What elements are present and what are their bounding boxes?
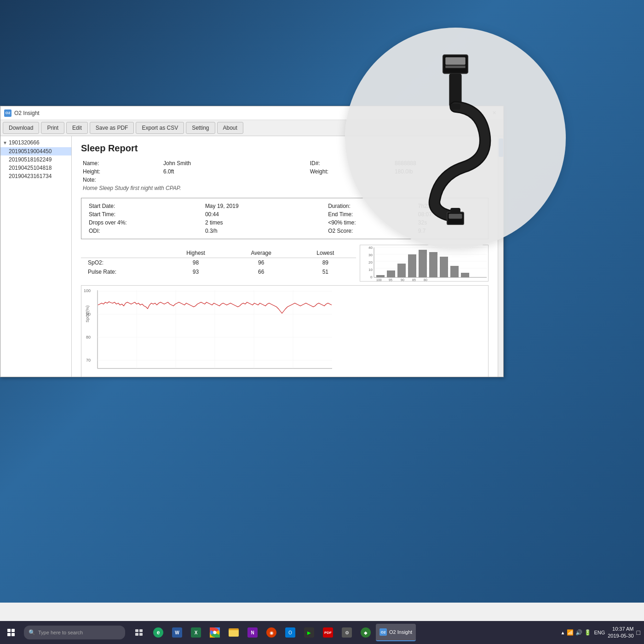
excel-icon: X (191, 627, 201, 638)
pulse-lowest: 51 (295, 267, 356, 276)
name-label: Name: (81, 159, 161, 167)
spo2-chart: SpO2(%) 100 90 80 70 (81, 285, 489, 377)
drops-label: Drops over 4%: (85, 218, 201, 227)
svg-rect-12 (387, 270, 395, 277)
tree-root[interactable]: ▼ 1901320666 (0, 138, 71, 147)
svg-text:20: 20 (368, 260, 373, 264)
print-button[interactable]: Print (41, 122, 64, 134)
tree-toggle-icon: ▼ (3, 140, 7, 145)
app-button-10[interactable]: PDF (319, 624, 337, 641)
app-button-7[interactable]: ◉ (263, 624, 280, 641)
svg-rect-15 (419, 250, 427, 277)
list-item[interactable]: 20190518162249 (0, 155, 71, 164)
tree-root-label: 1901320666 (9, 139, 40, 146)
taskbar: 🔍 e W X (0, 621, 644, 644)
app-button-8[interactable]: O (282, 624, 299, 641)
svg-text:0: 0 (370, 275, 373, 279)
list-item[interactable]: 20190425104818 (0, 164, 71, 172)
clock: 10:37 AM 2019-05-30 (608, 626, 633, 640)
svg-text:100: 100 (376, 278, 382, 282)
taskview-icon (135, 629, 144, 636)
svg-rect-48 (135, 629, 138, 632)
setting-button[interactable]: Setting (186, 122, 215, 134)
col-header-highest: Highest (164, 248, 227, 258)
svg-point-53 (213, 631, 217, 634)
excel-button[interactable]: X (187, 624, 205, 641)
onenote-icon: N (247, 627, 258, 638)
start-date-value: May 19, 2019 (201, 202, 306, 210)
start-button[interactable] (0, 621, 22, 644)
spo2-average: 96 (228, 258, 295, 268)
search-input[interactable] (38, 630, 112, 635)
list-item[interactable]: 20190423161734 (0, 172, 71, 180)
svg-text:80: 80 (424, 278, 427, 282)
odi-value: 0.3/h (201, 227, 306, 235)
chevron-up-icon[interactable]: ▲ (561, 630, 565, 635)
sidebar: ▼ 1901320666 20190519004450 201905181622… (0, 136, 72, 377)
app-icon-8: O (285, 627, 295, 638)
svg-rect-19 (461, 273, 469, 277)
title-left: O2 O2 Insight (4, 109, 40, 117)
download-button[interactable]: Download (3, 122, 39, 134)
about-button[interactable]: About (217, 122, 243, 134)
height-value: 6.0ft (161, 167, 281, 176)
export-csv-button[interactable]: Export as CSV (136, 122, 184, 134)
col-header-empty (81, 248, 164, 258)
app-button-9[interactable]: ▶ (300, 624, 318, 641)
svg-text:70: 70 (86, 358, 91, 362)
svg-rect-17 (440, 257, 448, 277)
app-icon: O2 (4, 109, 12, 117)
table-row: Pulse Rate: 93 66 51 (81, 267, 356, 276)
stats-container: Highest Average Lowest SpO2: 98 (81, 245, 356, 282)
chart-y-label: SpO2(%) (85, 305, 90, 322)
explorer-button[interactable] (225, 624, 242, 641)
edge-icon: e (153, 627, 163, 638)
usb-cable-svg (382, 51, 529, 225)
taskview-button[interactable] (131, 624, 148, 641)
app-icon-10: PDF (323, 627, 333, 638)
edit-button[interactable]: Edit (66, 122, 88, 134)
bar-chart: 40 30 20 10 0 (360, 245, 489, 282)
col-header-lowest: Lowest (295, 248, 356, 258)
bar-chart-svg: 40 30 20 10 0 (360, 245, 489, 282)
word-button[interactable]: W (168, 624, 186, 641)
svg-rect-42 (445, 66, 465, 68)
svg-text:40: 40 (368, 246, 373, 250)
svg-rect-14 (408, 254, 416, 277)
svg-rect-51 (139, 633, 143, 636)
volume-icon[interactable]: 🔊 (575, 629, 582, 636)
o2insight-taskbar-icon: O2 (380, 628, 387, 636)
chrome-icon (210, 627, 220, 638)
start-time-label: Start Time: (85, 210, 201, 218)
table-row: SpO2: 98 96 89 (81, 258, 356, 268)
list-item[interactable]: 20190519004450 (0, 147, 71, 155)
svg-text:90: 90 (401, 278, 404, 282)
stats-table: Highest Average Lowest SpO2: 98 (81, 248, 356, 276)
svg-rect-47 (450, 104, 460, 110)
o2insight-taskbar-button[interactable]: O2 O2 Insight (376, 624, 416, 641)
odi-label: ODI: (85, 227, 201, 235)
svg-rect-45 (449, 214, 462, 219)
svg-text:95: 95 (389, 278, 392, 282)
sys-tray-icons: ▲ 📶 🔊 🔋 (561, 629, 592, 636)
svg-text:100: 100 (84, 288, 91, 293)
edge-button[interactable]: e (150, 624, 167, 641)
system-tray: ▲ 📶 🔊 🔋 ENG 10:37 AM 2019-05-30 □ (561, 626, 644, 640)
notification-icon[interactable]: □ (637, 629, 640, 636)
battery-icon: 🔋 (584, 629, 591, 636)
svg-text:30: 30 (368, 253, 373, 257)
onenote-button[interactable]: N (244, 624, 261, 641)
chrome-button[interactable] (206, 624, 224, 641)
search-bar: 🔍 (24, 626, 125, 639)
app-button-12[interactable]: ◆ (357, 624, 374, 641)
svg-rect-11 (376, 275, 385, 277)
save-pdf-button[interactable]: Save as PDF (90, 122, 134, 134)
svg-rect-49 (139, 629, 143, 632)
start-date-label: Start Date: (85, 202, 201, 210)
pulse-average: 66 (228, 267, 295, 276)
app-button-11[interactable]: ⚙ (338, 624, 356, 641)
pulse-label: Pulse Rate: (81, 267, 164, 276)
svg-rect-41 (445, 57, 465, 64)
app-icon-7: ◉ (266, 627, 276, 638)
drops-value: 2 times (201, 218, 306, 227)
